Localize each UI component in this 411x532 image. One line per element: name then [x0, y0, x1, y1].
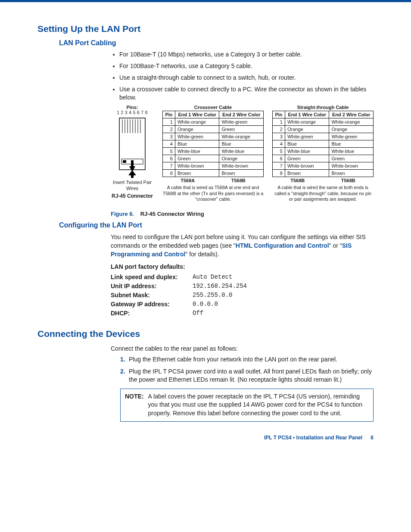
crossover-foot1: T568A	[181, 178, 195, 183]
default-key: Unit IP address:	[111, 283, 193, 289]
straight-table: Pin End 1 Wire Color End 2 Wire Color 1W…	[272, 111, 374, 177]
default-value: Auto Detect	[193, 274, 232, 280]
table-cell: Brown	[329, 170, 374, 177]
table-row: 8BrownBrown	[163, 170, 264, 177]
table-cell: White-orange	[329, 118, 374, 126]
table-cell: White-green	[329, 133, 374, 140]
table-cell: White-blue	[329, 148, 374, 155]
table-cell: Blue	[175, 140, 219, 148]
default-value: 192.168.254.254	[193, 283, 247, 289]
table-cell: 5	[163, 148, 175, 155]
heading-lan-setup: Setting Up the LAN Port	[37, 24, 374, 34]
default-key: Subnet Mask:	[111, 292, 193, 299]
config-text-2: " or "	[329, 242, 342, 249]
heading-config-lan: Configuring the LAN Port	[59, 221, 374, 229]
connect-intro: Connect the cables to the rear panel as …	[111, 344, 374, 353]
bullet-item: Use a straight-through cable to connect …	[119, 74, 374, 82]
col-pin: Pin	[273, 111, 285, 118]
col-end1: End 1 Wire Color	[175, 111, 219, 118]
bullet-item: For 100Base-T networks, use a Category 5…	[119, 62, 374, 70]
table-cell: 1	[163, 118, 175, 126]
crossover-caption: A cable that is wired as T568A at one en…	[162, 185, 264, 202]
table-cell: Orange	[285, 126, 329, 133]
figure-text: RJ-45 Connector Wiring	[140, 211, 204, 217]
table-cell: Brown	[175, 170, 219, 177]
table-cell: 8	[163, 170, 175, 177]
table-cell: White-blue	[219, 148, 264, 155]
table-cell: White-blue	[175, 148, 219, 155]
pins-label: Pins:	[111, 105, 154, 110]
table-cell: Blue	[219, 140, 264, 148]
table-row: 5White-blueWhite-blue	[163, 148, 264, 155]
table-cell: Orange	[329, 126, 374, 133]
table-row: 5White-blueWhite-blue	[273, 148, 374, 155]
table-row: 6GreenGreen	[273, 155, 374, 162]
note-box: NOTE: A label covers the power receptacl…	[120, 389, 374, 422]
step-item: Plug the IPL T PCS4 power cord into a wa…	[120, 367, 374, 384]
table-row: 7White-brownWhite-brown	[163, 162, 264, 170]
table-cell: Blue	[285, 140, 329, 148]
table-cell: White-green	[175, 133, 219, 140]
figure-label: Figure 6.	[111, 211, 134, 217]
table-cell: 6	[163, 155, 175, 162]
crossover-title: Crossover Cable	[162, 105, 264, 110]
table-cell: White-orange	[285, 118, 329, 126]
defaults-row: Subnet Mask:255.255.0.0	[111, 292, 374, 299]
table-cell: White-green	[285, 133, 329, 140]
default-key: Link speed and duplex:	[111, 274, 193, 280]
table-cell: 4	[163, 140, 175, 148]
straight-table-block: Straight-through Cable Pin End 1 Wire Co…	[272, 105, 374, 202]
table-cell: White-blue	[285, 148, 329, 155]
arrow-up-icon	[128, 170, 136, 178]
insert-wires-label: Insert Twisted Pair Wires	[111, 180, 154, 191]
defaults-row: Gateway IP address:0.0.0.0	[111, 301, 374, 308]
table-cell: White-orange	[219, 133, 264, 140]
table-cell: 5	[273, 148, 285, 155]
col-end1: End 1 Wire Color	[285, 111, 329, 118]
defaults-list: Link speed and duplex:Auto DetectUnit IP…	[111, 274, 374, 317]
pins-numbers: 1 2 3 4 5 6 7 8	[111, 110, 154, 115]
table-cell: Green	[175, 155, 219, 162]
bullet-item: Use a crossover cable to connect directl…	[119, 85, 374, 102]
table-cell: 8	[273, 170, 285, 177]
svg-marker-12	[128, 170, 136, 178]
default-value: 0.0.0.0	[193, 301, 218, 308]
table-row: 4BlueBlue	[163, 140, 264, 148]
figure-caption: Figure 6. RJ-45 Connector Wiring	[111, 211, 374, 217]
table-cell: Green	[285, 155, 329, 162]
rj45-connector-diagram: Pins: 1 2 3 4 5 6 7 8 Insert Twisted Pai…	[111, 105, 154, 202]
table-cell: Green	[219, 126, 264, 133]
table-row: 1White-orangeWhite-orange	[273, 118, 374, 126]
crossover-table-block: Crossover Cable Pin End 1 Wire Color End…	[162, 105, 264, 202]
straight-foot1: T568B	[290, 178, 305, 183]
straight-title: Straight-through Cable	[272, 105, 374, 110]
table-row: 4BlueBlue	[273, 140, 374, 148]
default-key: DHCP:	[111, 310, 193, 317]
crossover-foot2: T568B	[231, 178, 246, 183]
table-row: 2OrangeGreen	[163, 126, 264, 133]
heading-lan-cabling: LAN Port Cabling	[59, 39, 374, 47]
defaults-row: Unit IP address:192.168.254.254	[111, 283, 374, 289]
wiring-diagram-row: Pins: 1 2 3 4 5 6 7 8 Insert Twisted Pai…	[111, 105, 374, 202]
table-row: 2OrangeOrange	[273, 126, 374, 133]
col-pin: Pin	[163, 111, 175, 118]
table-cell: 3	[273, 133, 285, 140]
page-number: 6	[371, 435, 374, 441]
table-cell: 7	[273, 162, 285, 170]
crossover-table: Pin End 1 Wire Color End 2 Wire Color 1W…	[162, 111, 264, 177]
table-cell: White-orange	[175, 118, 219, 126]
table-cell: White-green	[219, 118, 264, 126]
heading-connecting-devices: Connecting the Devices	[37, 329, 374, 339]
default-key: Gateway IP address:	[111, 301, 193, 308]
table-row: 6GreenOrange	[163, 155, 264, 162]
table-cell: Orange	[219, 155, 264, 162]
table-cell: 4	[273, 140, 285, 148]
straight-caption: A cable that is wired the same at both e…	[272, 185, 374, 202]
table-row: 7White-brownWhite-brown	[273, 162, 374, 170]
table-cell: Blue	[329, 140, 374, 148]
link-html-config[interactable]: HTML Configuration and Control	[236, 242, 329, 249]
table-cell: Orange	[175, 126, 219, 133]
defaults-row: Link speed and duplex:Auto Detect	[111, 274, 374, 280]
table-row: 3White-greenWhite-orange	[163, 133, 264, 140]
table-cell: Green	[329, 155, 374, 162]
